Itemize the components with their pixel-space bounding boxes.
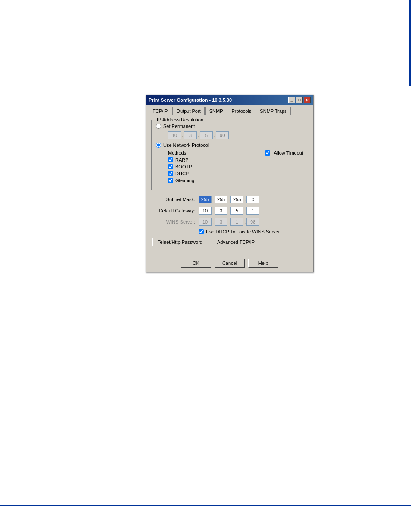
use-network-radio[interactable] xyxy=(156,143,161,148)
gleaning-label: Gleaning xyxy=(175,178,194,183)
wins-seg2[interactable] xyxy=(215,218,227,226)
close-button[interactable]: ✕ xyxy=(304,97,311,103)
subnet-mask-row: Subnet Mask: . . . xyxy=(151,196,308,203)
tab-protocols[interactable]: Protocols xyxy=(228,107,255,115)
subnet-mask-seg4[interactable] xyxy=(246,196,259,203)
set-permanent-radio[interactable] xyxy=(156,124,161,129)
allow-timeout-checkbox[interactable] xyxy=(265,150,270,156)
wins-seg4[interactable] xyxy=(246,218,259,226)
maximize-button[interactable]: □ xyxy=(296,97,303,103)
gateway-seg3[interactable] xyxy=(230,207,243,215)
permanent-ip-seg2[interactable] xyxy=(184,131,197,139)
subnet-mask-label: Subnet Mask: xyxy=(151,197,199,202)
set-permanent-label: Set Permanent xyxy=(163,124,195,129)
tab-tcpip[interactable]: TCP/IP xyxy=(149,107,171,115)
subnet-mask-seg1[interactable] xyxy=(199,196,212,203)
bootp-label: BOOTP xyxy=(175,164,192,169)
title-bar-buttons: _ □ ✕ xyxy=(288,97,311,103)
telnet-password-button[interactable]: Telnet/Http Password xyxy=(152,238,208,246)
subnet-mask-seg3[interactable] xyxy=(230,196,243,203)
use-dhcp-row: Use DHCP To Locate WINS Server xyxy=(199,229,308,234)
bottom-decorative-line xyxy=(0,505,411,506)
bootp-checkbox[interactable] xyxy=(168,164,173,169)
wins-seg1[interactable] xyxy=(199,218,212,226)
set-permanent-row: Set Permanent xyxy=(156,124,303,129)
tab-snmp[interactable]: SNMP xyxy=(206,107,227,115)
use-network-row: Use Network Protocol xyxy=(156,143,303,148)
gateway-seg1[interactable] xyxy=(199,207,212,215)
group-label: IP Address Resolution xyxy=(155,117,205,122)
gleaning-checkbox[interactable] xyxy=(168,178,173,183)
bootp-row: BOOTP xyxy=(168,164,265,169)
ip-address-resolution-group: IP Address Resolution Set Permanent . . … xyxy=(151,120,308,190)
tab-bar: TCP/IP Output Port SNMP Protocols SNMP T… xyxy=(146,105,313,115)
action-buttons-row: Telnet/Http Password Advanced TCP/IP xyxy=(151,238,308,246)
title-bar: Print Server Configuration - 10.3.5.90 _… xyxy=(146,95,313,105)
permanent-ip-seg1[interactable] xyxy=(168,131,181,139)
default-gateway-label: Default Gateway: xyxy=(151,208,199,213)
methods-section: Methods: RARP BOOTP DHCP xyxy=(168,150,303,185)
subnet-mask-seg2[interactable] xyxy=(215,196,227,203)
dhcp-label: DHCP xyxy=(175,171,189,176)
gateway-seg2[interactable] xyxy=(215,207,227,215)
use-dhcp-label: Use DHCP To Locate WINS Server xyxy=(206,229,280,234)
rarp-row: RARP xyxy=(168,157,265,162)
ok-button[interactable]: OK xyxy=(181,259,211,268)
rarp-label: RARP xyxy=(175,157,189,162)
tab-snmptraps[interactable]: SNMP Traps xyxy=(256,107,290,115)
wins-server-row: WINS Server: . . . xyxy=(151,218,308,226)
default-gateway-row: Default Gateway: . . . xyxy=(151,207,308,215)
dialog-title: Print Server Configuration - 10.3.5.90 xyxy=(149,97,232,103)
use-dhcp-checkbox[interactable] xyxy=(199,229,204,234)
dialog-footer: OK Cancel Help xyxy=(146,255,313,272)
use-network-label: Use Network Protocol xyxy=(163,143,209,148)
dhcp-checkbox[interactable] xyxy=(168,171,173,176)
permanent-ip-seg4[interactable] xyxy=(216,131,229,139)
allow-timeout-col: Allow Timeout xyxy=(265,150,303,156)
tab-content: IP Address Resolution Set Permanent . . … xyxy=(146,115,313,255)
gateway-seg4[interactable] xyxy=(246,207,259,215)
page-background: Print Server Configuration - 10.3.5.90 _… xyxy=(0,0,411,532)
rarp-checkbox[interactable] xyxy=(168,157,173,162)
permanent-ip-seg3[interactable] xyxy=(200,131,213,139)
right-decorative-bar xyxy=(409,0,411,86)
methods-col: Methods: RARP BOOTP DHCP xyxy=(168,150,265,185)
dhcp-row: DHCP xyxy=(168,171,265,176)
gleaning-row: Gleaning xyxy=(168,178,265,183)
permanent-ip-field-row: . . . xyxy=(168,131,303,139)
allow-timeout-label: Allow Timeout xyxy=(274,150,303,156)
wins-server-label: WINS Server: xyxy=(151,219,199,224)
wins-seg3[interactable] xyxy=(230,218,243,226)
methods-label: Methods: xyxy=(168,150,265,156)
cancel-button[interactable]: Cancel xyxy=(215,259,245,268)
minimize-button[interactable]: _ xyxy=(288,97,295,103)
tab-outputport[interactable]: Output Port xyxy=(172,107,204,115)
help-button[interactable]: Help xyxy=(248,259,278,268)
advanced-tcpip-button[interactable]: Advanced TCP/IP xyxy=(212,238,260,246)
dialog-window: Print Server Configuration - 10.3.5.90 _… xyxy=(146,95,314,272)
